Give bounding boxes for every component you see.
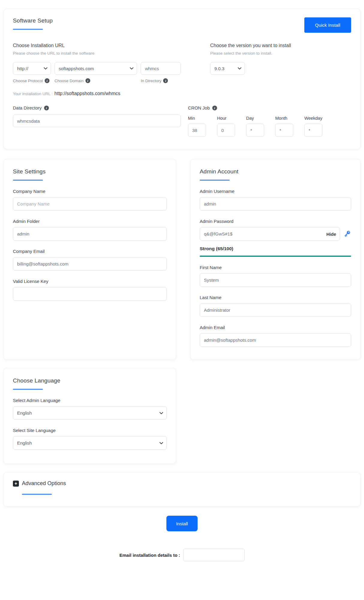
advanced-options-card: + Advanced Options bbox=[4, 472, 360, 506]
admin-username-label: Admin Username bbox=[200, 189, 351, 194]
admin-password-wrap: Hide bbox=[200, 227, 340, 241]
title-underline bbox=[13, 389, 43, 390]
admin-password-input[interactable] bbox=[200, 227, 340, 241]
admin-password-label: Admin Password bbox=[200, 219, 351, 224]
software-setup-title-block: Software Setup bbox=[13, 17, 53, 30]
protocol-select[interactable]: http:// bbox=[13, 62, 51, 75]
admin-password-row: Hide bbox=[200, 227, 351, 241]
domain-label: Choose Domain bbox=[55, 79, 84, 83]
data-directory-block: Data Directory i bbox=[13, 105, 181, 137]
first-name-label: First Name bbox=[200, 265, 351, 270]
cron-min-input[interactable] bbox=[188, 124, 206, 137]
domain-select[interactable]: softappshots.com bbox=[55, 62, 137, 75]
admin-language-select[interactable]: English bbox=[13, 406, 167, 420]
admin-folder-label: Admin Folder bbox=[13, 219, 167, 224]
data-directory-input[interactable] bbox=[13, 115, 181, 127]
setup-grid: Choose Installation URL Please choose th… bbox=[13, 43, 351, 96]
company-email-input[interactable] bbox=[13, 257, 167, 271]
last-name-label: Last Name bbox=[200, 295, 351, 300]
cron-inputs-row bbox=[188, 121, 351, 137]
setup-second-row: Data Directory i CRON Job i Min Hour Day… bbox=[13, 105, 351, 137]
admin-password-field: Admin Password Hide bbox=[200, 219, 351, 257]
cron-hour-cell bbox=[217, 121, 246, 137]
cron-day-cell bbox=[246, 121, 275, 137]
license-key-field: Valid License Key bbox=[13, 279, 167, 301]
site-language-label: Select Site Language bbox=[13, 428, 167, 433]
admin-account-card: Admin Account Admin Username Admin Passw… bbox=[190, 159, 360, 360]
cron-min-cell bbox=[188, 121, 217, 137]
directory-label-row: In Directory i bbox=[141, 78, 181, 83]
admin-language-label: Select Admin Language bbox=[13, 398, 167, 403]
directory-input[interactable] bbox=[141, 62, 181, 75]
advanced-options-title: Advanced Options bbox=[22, 480, 66, 487]
cron-weekday-cell bbox=[304, 121, 333, 137]
cron-month-label: Month bbox=[275, 116, 304, 121]
email-details-label: Email installation details to : bbox=[119, 553, 180, 558]
cron-heading-row: CRON Job i bbox=[188, 105, 351, 110]
quick-install-button[interactable]: Quick Install bbox=[304, 17, 351, 33]
domain-select-wrap: softappshots.com bbox=[55, 62, 137, 75]
cron-day-input[interactable] bbox=[246, 124, 264, 137]
installation-url-result-label: Your installation URL : bbox=[13, 92, 53, 96]
info-icon[interactable]: i bbox=[163, 78, 168, 83]
info-icon[interactable]: i bbox=[212, 106, 217, 110]
title-underline bbox=[200, 180, 230, 181]
info-icon[interactable]: i bbox=[45, 78, 49, 83]
admin-folder-input[interactable] bbox=[13, 227, 167, 241]
software-setup-title: Software Setup bbox=[13, 17, 53, 24]
cron-day-label: Day bbox=[246, 116, 275, 121]
domain-label-row: Choose Domain i bbox=[55, 78, 137, 83]
data-directory-heading-row: Data Directory i bbox=[13, 105, 181, 110]
site-settings-card: Site Settings Company Name Admin Folder … bbox=[4, 159, 176, 360]
cron-min-label: Min bbox=[188, 116, 217, 121]
cron-label: CRON Job bbox=[188, 105, 210, 110]
cron-weekday-label: Weekday bbox=[304, 116, 333, 121]
company-email-label: Company Email bbox=[13, 249, 167, 254]
installation-url-result-value: http://softappshots.com/whmcs bbox=[55, 91, 121, 96]
installation-url-heading: Choose Installation URL bbox=[13, 43, 181, 48]
last-name-field: Last Name bbox=[200, 295, 351, 317]
company-name-field: Company Name bbox=[13, 189, 167, 211]
installation-url-subheading: Please choose the URL to install the sof… bbox=[13, 51, 181, 56]
installation-url-controls: http:// Choose Protocol i bbox=[13, 62, 181, 83]
admin-username-input[interactable] bbox=[200, 197, 351, 211]
protocol-label-row: Choose Protocol i bbox=[13, 78, 51, 83]
version-heading: Choose the version you want to install bbox=[210, 43, 351, 48]
protocol-select-wrap: http:// bbox=[13, 62, 51, 75]
title-underline bbox=[22, 494, 52, 495]
installation-url-block: Choose Installation URL Please choose th… bbox=[13, 43, 181, 96]
directory-column: In Directory i bbox=[141, 62, 181, 83]
protocol-column: http:// Choose Protocol i bbox=[13, 62, 51, 83]
software-setup-card: Software Setup Quick Install Choose Inst… bbox=[4, 9, 360, 149]
license-key-label: Valid License Key bbox=[13, 279, 167, 284]
info-icon[interactable]: i bbox=[44, 106, 49, 110]
last-name-input[interactable] bbox=[200, 303, 351, 317]
site-language-select[interactable]: English bbox=[13, 436, 167, 450]
cron-weekday-input[interactable] bbox=[304, 124, 322, 137]
advanced-options-toggle[interactable]: + Advanced Options bbox=[13, 480, 351, 487]
key-icon[interactable] bbox=[343, 230, 351, 238]
email-details-row: Email installation details to : bbox=[4, 549, 360, 561]
cron-hour-input[interactable] bbox=[217, 124, 235, 137]
title-underline bbox=[13, 180, 43, 181]
plus-icon[interactable]: + bbox=[13, 481, 19, 487]
version-select-wrap: 9.0.3 bbox=[210, 62, 245, 75]
site-language-select-wrap: English bbox=[13, 436, 167, 450]
version-select[interactable]: 9.0.3 bbox=[210, 62, 245, 75]
first-name-input[interactable] bbox=[200, 273, 351, 287]
password-hide-toggle[interactable]: Hide bbox=[326, 231, 336, 236]
info-icon[interactable]: i bbox=[85, 78, 90, 83]
cron-month-input[interactable] bbox=[275, 124, 293, 137]
company-email-field: Company Email bbox=[13, 249, 167, 271]
password-strength-text: Strong (65/100) bbox=[200, 246, 351, 251]
admin-email-input[interactable] bbox=[200, 333, 351, 347]
cron-job-block: CRON Job i Min Hour Day Month Weekday bbox=[188, 105, 351, 137]
cron-hour-label: Hour bbox=[217, 116, 246, 121]
company-name-input[interactable] bbox=[13, 197, 167, 211]
install-button[interactable]: Install bbox=[166, 516, 198, 531]
email-details-input[interactable] bbox=[183, 549, 245, 561]
admin-language-select-wrap: English bbox=[13, 406, 167, 420]
admin-email-label: Admin Email bbox=[200, 325, 351, 330]
license-key-input[interactable] bbox=[13, 287, 167, 301]
version-block: Choose the version you want to install P… bbox=[188, 43, 351, 96]
